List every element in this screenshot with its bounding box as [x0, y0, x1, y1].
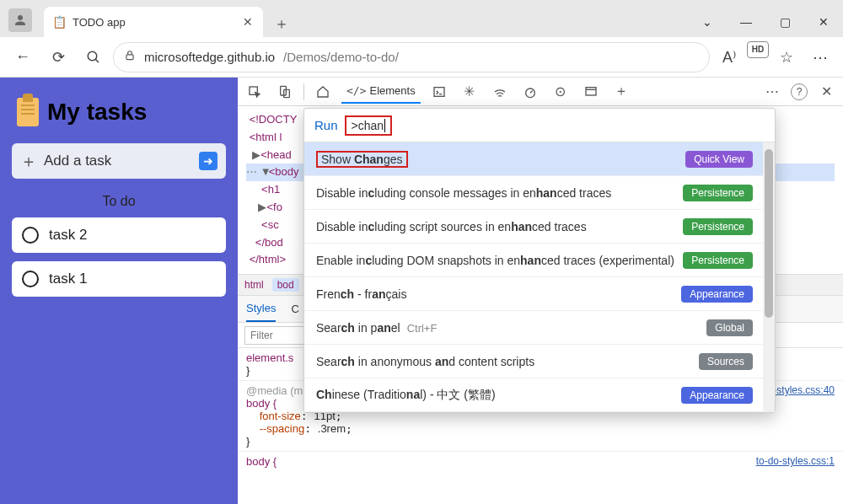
command-item[interactable]: Show ChangesQuick View [304, 142, 775, 176]
scrollbar[interactable] [763, 142, 775, 412]
profile-avatar[interactable] [8, 8, 32, 32]
add-task-input[interactable]: ＋ Add a task ➜ [12, 143, 226, 179]
read-aloud-icon[interactable]: A⁾ [713, 41, 745, 73]
close-tab-icon[interactable]: ✕ [241, 15, 255, 29]
radio-icon[interactable] [22, 271, 39, 287]
address-bar: ← ⟳ microsoftedge.github.io/Demos/demo-t… [0, 37, 843, 78]
memory-icon[interactable]: ⊙ [549, 80, 572, 104]
command-results: Show ChangesQuick ViewDisable including … [304, 142, 775, 412]
sources-icon[interactable]: ✳ [458, 80, 481, 104]
svg-line-1 [95, 59, 99, 62]
minimize-button[interactable]: — [727, 7, 765, 37]
plus-icon: ＋ [20, 150, 37, 173]
command-menu: Run >chan Show ChangesQuick ViewDisable … [303, 108, 776, 413]
console-icon[interactable] [427, 80, 451, 104]
maximize-button[interactable]: ▢ [765, 7, 804, 37]
category-badge: Persistence [683, 252, 753, 269]
category-badge: Persistence [683, 218, 753, 235]
refresh-button[interactable]: ⟳ [42, 41, 74, 73]
tab-title: TODO app [72, 16, 234, 29]
url-path: /Demos/demo-to-do/ [283, 50, 399, 64]
task-label: task 1 [49, 271, 87, 287]
submit-icon[interactable]: ➜ [199, 152, 217, 170]
svg-rect-6 [434, 87, 444, 96]
back-button[interactable]: ← [7, 41, 39, 73]
radio-icon[interactable] [22, 227, 39, 244]
computed-tab[interactable]: C [291, 303, 298, 315]
command-item[interactable]: Disable including console messages in en… [304, 176, 775, 210]
lock-icon [124, 50, 136, 64]
command-item[interactable]: French - françaisAppearance [304, 277, 775, 311]
svg-rect-8 [586, 87, 596, 94]
settings-icon[interactable]: ⋯ [760, 80, 784, 104]
performance-icon[interactable] [518, 80, 542, 104]
favorite-icon[interactable]: ☆ [771, 41, 803, 73]
inspect-icon[interactable] [243, 80, 266, 104]
url-host: microsoftedge.github.io [144, 50, 275, 64]
category-badge: Appearance [681, 286, 753, 303]
section-label: To do [12, 194, 226, 209]
css-rule[interactable]: to-do-styles.css:1 body { [238, 451, 843, 471]
device-icon[interactable] [273, 80, 297, 104]
search-button[interactable] [78, 41, 110, 73]
more-tabs-icon[interactable]: ＋ [609, 80, 633, 104]
task-label: task 2 [49, 227, 87, 244]
category-badge: Appearance [681, 387, 753, 404]
command-input-row: Run >chan [304, 109, 775, 142]
clipboard-icon [17, 98, 39, 126]
application-icon[interactable] [579, 80, 603, 104]
todo-app: My tasks ＋ Add a task ➜ To do task 2 tas… [0, 78, 238, 504]
chevron-down-icon[interactable]: ⌄ [688, 7, 727, 37]
svg-point-0 [88, 51, 97, 61]
close-window-button[interactable]: ✕ [804, 7, 843, 37]
window-titlebar: 📋 TODO app ✕ ＋ ⌄ — ▢ ✕ [0, 0, 843, 37]
styles-tab[interactable]: Styles [246, 296, 276, 322]
elements-tab[interactable]: </> Elements [341, 80, 421, 104]
run-label: Run [314, 118, 338, 132]
category-badge: Quick View [685, 151, 753, 168]
add-task-label: Add a task [44, 153, 111, 169]
task-item[interactable]: task 2 [12, 217, 226, 253]
help-icon[interactable]: ? [791, 83, 808, 100]
command-item[interactable]: Search in panelCtrl+FGlobal [304, 311, 775, 345]
window-controls: ⌄ — ▢ ✕ [688, 7, 843, 37]
category-badge: Global [706, 319, 753, 336]
more-menu-icon[interactable]: ⋯ [804, 41, 836, 73]
command-item[interactable]: Disable including script sources in enha… [304, 210, 775, 244]
devtools-toolbar: </> Elements ✳ ⊙ ＋ ⋯ ? ✕ [238, 78, 843, 106]
category-badge: Sources [699, 353, 753, 370]
command-item[interactable]: Enable including DOM snapshots in enhanc… [304, 244, 775, 277]
command-item[interactable]: Chinese (Traditional) - 中文 (繁體)Appearanc… [304, 378, 775, 412]
close-devtools-icon[interactable]: ✕ [814, 80, 838, 104]
browser-tab[interactable]: 📋 TODO app ✕ [44, 7, 263, 37]
url-field[interactable]: microsoftedge.github.io/Demos/demo-to-do… [113, 42, 710, 72]
task-item[interactable]: task 1 [12, 261, 226, 297]
source-link[interactable]: to-do-styles.css:1 [756, 455, 835, 467]
welcome-icon[interactable] [311, 80, 335, 104]
command-item[interactable]: Search in anonymous and content scriptsS… [304, 345, 775, 378]
new-tab-button[interactable]: ＋ [268, 10, 295, 37]
category-badge: Persistence [683, 185, 753, 201]
svg-rect-2 [126, 55, 133, 60]
hd-icon[interactable]: HD [747, 41, 769, 58]
command-input[interactable]: >chan [345, 115, 393, 136]
clipboard-icon: 📋 [52, 15, 66, 29]
app-title: My tasks [17, 98, 226, 126]
network-icon[interactable] [488, 80, 512, 104]
